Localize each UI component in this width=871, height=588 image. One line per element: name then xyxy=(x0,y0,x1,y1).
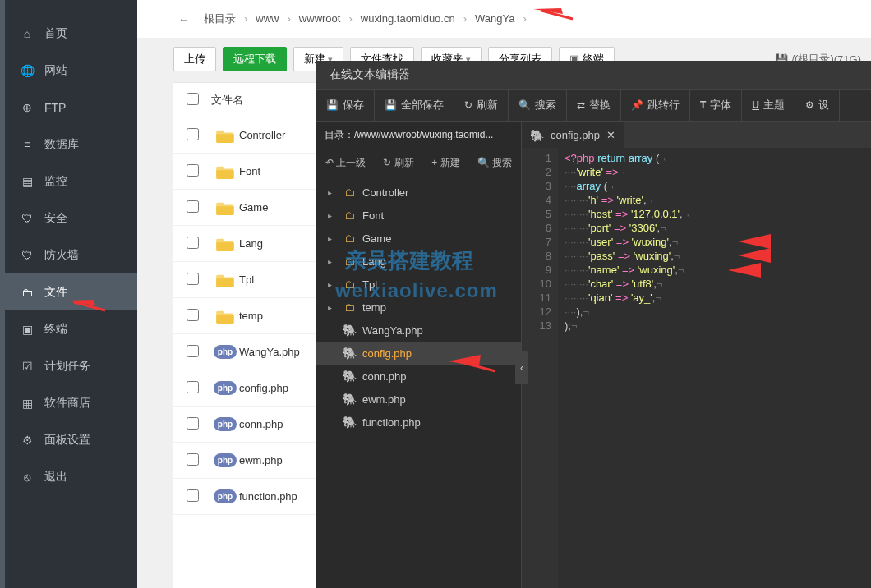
tree-path: 目录：/www/wwwroot/wuxing.taomid... xyxy=(316,122,521,149)
store-icon: ▦ xyxy=(20,397,35,410)
tree-file[interactable]: 🐘config.php xyxy=(316,342,521,365)
row-checkbox[interactable] xyxy=(187,345,199,357)
sidebar-item-home[interactable]: ⌂首页 xyxy=(0,15,137,52)
tree-folder[interactable]: ▸🗀Game xyxy=(316,227,521,250)
replace-button[interactable]: ⇄替换 xyxy=(567,90,621,121)
row-checkbox[interactable] xyxy=(187,453,199,466)
tree-ops: ↶ 上一级 ↻ 刷新 + 新建 🔍 搜索 xyxy=(316,149,521,177)
close-tab-icon[interactable]: ✕ xyxy=(606,129,615,141)
tree-folder[interactable]: ▸🗀temp xyxy=(316,296,521,319)
folder-icon xyxy=(211,237,239,251)
tree-file[interactable]: 🐘conn.php xyxy=(316,365,521,388)
refresh-button[interactable]: ↻刷新 xyxy=(454,90,509,121)
folder-icon xyxy=(211,164,239,179)
file-icon: php xyxy=(211,489,239,503)
php-icon: 🐘 xyxy=(343,393,356,406)
php-icon: php xyxy=(214,417,237,431)
goto-line-button[interactable]: 📌跳转行 xyxy=(621,90,690,121)
php-icon: 🐘 xyxy=(343,370,356,383)
tree-item-label: WangYa.php xyxy=(362,324,423,337)
upload-button[interactable]: 上传 xyxy=(173,47,216,71)
file-icon: php xyxy=(211,453,239,467)
tree-file[interactable]: 🐘ewm.php xyxy=(316,388,521,411)
tree-search-button[interactable]: 🔍 搜索 xyxy=(477,156,512,170)
sidebar-item-label: 数据库 xyxy=(44,137,79,152)
tree-folder[interactable]: ▸🗀Tpl xyxy=(316,273,521,296)
tree-file[interactable]: 🐘WangYa.php xyxy=(316,319,521,342)
editor-tab-config[interactable]: 🐘 config.php ✕ xyxy=(522,122,624,148)
sidebar-item-label: 监控 xyxy=(44,174,67,189)
sidebar-item-terminal[interactable]: ▣终端 xyxy=(0,310,137,347)
tree-file[interactable]: 🐘function.php xyxy=(316,411,521,434)
caret-right-icon: ▸ xyxy=(328,303,336,312)
row-checkbox[interactable] xyxy=(187,381,199,393)
sidebar-item-task[interactable]: ☑计划任务 xyxy=(0,347,137,384)
tab-label: config.php xyxy=(551,129,600,141)
sidebar-accent xyxy=(0,0,5,588)
search-button[interactable]: 🔍搜索 xyxy=(509,90,567,121)
tree-up-button[interactable]: ↶ 上一级 xyxy=(325,156,366,170)
settings-button[interactable]: ⚙设 xyxy=(795,90,840,121)
select-all-checkbox[interactable] xyxy=(187,93,199,105)
tree-item-label: function.php xyxy=(362,416,421,429)
tree-refresh-button[interactable]: ↻ 刷新 xyxy=(383,156,413,170)
tree-folder[interactable]: ▸🗀Controller xyxy=(316,181,521,204)
row-checkbox[interactable] xyxy=(187,237,199,249)
folder-icon xyxy=(211,273,239,287)
breadcrumb-item[interactable]: www xyxy=(247,12,287,25)
sidebar-item-label: 终端 xyxy=(44,322,67,337)
collapse-tree-handle[interactable]: ‹ xyxy=(515,351,528,384)
remote-download-button[interactable]: 远程下载 xyxy=(223,47,287,71)
sidebar-item-settings[interactable]: ⚙面板设置 xyxy=(0,421,137,458)
chevron-right-icon: › xyxy=(523,12,526,25)
home-icon: ⌂ xyxy=(20,27,35,40)
fire-icon: 🛡 xyxy=(20,249,35,262)
terminal-icon: ▣ xyxy=(20,323,35,336)
editor-tabs: 🐘 config.php ✕ xyxy=(522,122,871,148)
back-icon[interactable]: ← xyxy=(178,13,189,25)
sidebar-item-monitor[interactable]: ▤监控 xyxy=(0,163,137,200)
sidebar-item-globe[interactable]: 🌐网站 xyxy=(0,52,137,89)
db-icon: ≡ xyxy=(20,138,35,151)
folder-icon xyxy=(211,309,239,324)
save-button[interactable]: 💾保存 xyxy=(316,90,375,121)
breadcrumb-item[interactable]: wuxing.taomiduo.cn xyxy=(353,12,463,25)
row-checkbox[interactable] xyxy=(187,200,199,213)
breadcrumb-item[interactable]: 根目录 xyxy=(196,12,244,25)
folder-icon: 🗀 xyxy=(343,186,356,199)
sidebar-item-label: 网站 xyxy=(44,63,67,78)
row-checkbox[interactable] xyxy=(187,164,199,177)
php-icon: 🐘 xyxy=(343,347,356,360)
row-checkbox[interactable] xyxy=(187,273,199,285)
sidebar-item-shield[interactable]: 🛡安全 xyxy=(0,200,137,237)
font-button[interactable]: T字体 xyxy=(690,90,742,121)
row-checkbox[interactable] xyxy=(187,489,199,502)
code-editor[interactable]: 12345678910111213 <?php return array (¬·… xyxy=(522,148,871,588)
sidebar-item-store[interactable]: ▦软件商店 xyxy=(0,384,137,421)
settings-icon: ⚙ xyxy=(20,434,35,447)
monitor-icon: ▤ xyxy=(20,175,35,188)
tree-folder[interactable]: ▸🗀Font xyxy=(316,204,521,227)
php-icon: 🐘 xyxy=(343,416,356,429)
code-content[interactable]: <?php return array (¬····'write' =>¬····… xyxy=(558,148,871,588)
row-checkbox[interactable] xyxy=(187,128,199,140)
sidebar-item-db[interactable]: ≡数据库 xyxy=(0,126,137,163)
sidebar-item-file[interactable]: 🗀文件 xyxy=(0,273,137,310)
sidebar-item-fire[interactable]: 🛡防火墙 xyxy=(0,237,137,273)
tree-new-button[interactable]: + 新建 xyxy=(431,156,459,170)
tree-folder[interactable]: ▸🗀Lang xyxy=(316,250,521,273)
row-checkbox[interactable] xyxy=(187,309,199,321)
globe-icon: 🌐 xyxy=(20,64,35,77)
sidebar-item-ftp[interactable]: ⊕FTP xyxy=(0,89,137,126)
row-checkbox[interactable] xyxy=(187,417,199,430)
sidebar: ⌂首页🌐网站⊕FTP≡数据库▤监控🛡安全🛡防火墙🗀文件▣终端☑计划任务▦软件商店… xyxy=(0,0,137,588)
php-icon: php xyxy=(214,453,237,467)
sidebar-item-label: 计划任务 xyxy=(44,359,90,374)
sidebar-item-logout[interactable]: ⎋退出 xyxy=(0,458,137,495)
breadcrumb-item[interactable]: WangYa xyxy=(467,12,523,25)
logout-icon: ⎋ xyxy=(20,471,35,484)
save-all-button[interactable]: 💾全部保存 xyxy=(375,90,454,121)
caret-right-icon: ▸ xyxy=(328,257,336,266)
theme-button[interactable]: U主题 xyxy=(742,90,795,121)
breadcrumb-item[interactable]: wwwroot xyxy=(291,12,349,25)
